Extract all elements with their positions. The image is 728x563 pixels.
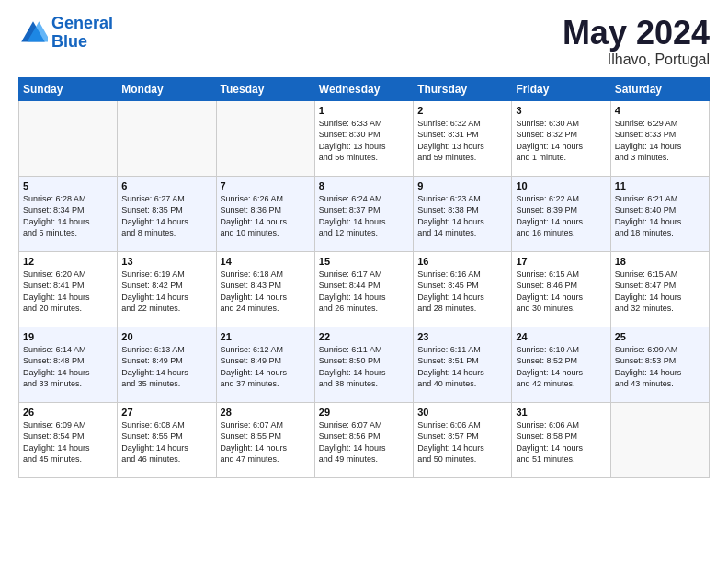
day-number: 2 [417,105,507,116]
day-number: 22 [319,331,409,342]
calendar-cell: 30Sunrise: 6:06 AM Sunset: 8:57 PM Dayli… [414,402,512,477]
cell-content: Sunrise: 6:22 AM Sunset: 8:39 PM Dayligh… [516,193,606,239]
calendar-week-1: 1Sunrise: 6:33 AM Sunset: 8:30 PM Daylig… [19,100,710,176]
calendar-cell: 24Sunrise: 6:10 AM Sunset: 8:52 PM Dayli… [512,327,610,402]
day-number: 4 [615,105,705,116]
cell-content: Sunrise: 6:08 AM Sunset: 8:55 PM Dayligh… [121,419,211,465]
calendar-cell: 21Sunrise: 6:12 AM Sunset: 8:49 PM Dayli… [216,327,314,402]
weekday-header-row: SundayMondayTuesdayWednesdayThursdayFrid… [19,77,710,100]
day-number: 26 [23,407,113,418]
calendar-cell: 28Sunrise: 6:07 AM Sunset: 8:55 PM Dayli… [216,402,314,477]
cell-content: Sunrise: 6:11 AM Sunset: 8:51 PM Dayligh… [417,344,507,390]
cell-content: Sunrise: 6:27 AM Sunset: 8:35 PM Dayligh… [121,193,211,239]
cell-content: Sunrise: 6:32 AM Sunset: 8:31 PM Dayligh… [417,118,507,164]
cell-content: Sunrise: 6:18 AM Sunset: 8:43 PM Dayligh… [221,269,311,315]
cell-content: Sunrise: 6:10 AM Sunset: 8:52 PM Dayligh… [516,344,606,390]
day-number: 17 [516,256,606,267]
calendar-body: 1Sunrise: 6:33 AM Sunset: 8:30 PM Daylig… [19,100,710,477]
day-number: 6 [121,180,211,191]
day-number: 3 [516,105,606,116]
day-number: 14 [221,256,311,267]
logo-line2: Blue [51,32,87,51]
calendar-cell: 25Sunrise: 6:09 AM Sunset: 8:53 PM Dayli… [610,327,709,402]
logo-text: General Blue [51,15,113,52]
cell-content: Sunrise: 6:09 AM Sunset: 8:54 PM Dayligh… [23,419,113,465]
day-number: 10 [516,180,606,191]
cell-content: Sunrise: 6:11 AM Sunset: 8:50 PM Dayligh… [319,344,409,390]
day-number: 13 [121,256,211,267]
day-number: 9 [417,180,507,191]
weekday-header-friday: Friday [512,77,610,100]
day-number: 18 [615,256,705,267]
weekday-header-saturday: Saturday [610,77,709,100]
calendar-week-5: 26Sunrise: 6:09 AM Sunset: 8:54 PM Dayli… [19,402,710,477]
calendar-cell: 3Sunrise: 6:30 AM Sunset: 8:32 PM Daylig… [512,100,610,176]
day-number: 5 [23,180,113,191]
day-number: 11 [615,180,705,191]
cell-content: Sunrise: 6:07 AM Sunset: 8:55 PM Dayligh… [221,419,311,465]
day-number: 8 [319,180,409,191]
calendar-cell: 17Sunrise: 6:15 AM Sunset: 8:46 PM Dayli… [512,251,610,327]
cell-content: Sunrise: 6:23 AM Sunset: 8:38 PM Dayligh… [417,193,507,239]
cell-content: Sunrise: 6:24 AM Sunset: 8:37 PM Dayligh… [319,193,409,239]
cell-content: Sunrise: 6:30 AM Sunset: 8:32 PM Dayligh… [516,118,606,164]
day-number: 27 [121,407,211,418]
calendar-cell: 27Sunrise: 6:08 AM Sunset: 8:55 PM Dayli… [118,402,216,477]
day-number: 16 [417,256,507,267]
calendar-cell: 4Sunrise: 6:29 AM Sunset: 8:33 PM Daylig… [610,100,709,176]
day-number: 31 [516,407,606,418]
cell-content: Sunrise: 6:29 AM Sunset: 8:33 PM Dayligh… [615,118,705,164]
day-number: 20 [121,331,211,342]
day-number: 19 [23,331,113,342]
calendar-cell: 9Sunrise: 6:23 AM Sunset: 8:38 PM Daylig… [414,176,512,251]
calendar-header: SundayMondayTuesdayWednesdayThursdayFrid… [19,77,710,100]
cell-content: Sunrise: 6:15 AM Sunset: 8:47 PM Dayligh… [615,269,705,315]
calendar-cell [19,100,118,176]
calendar-cell: 16Sunrise: 6:16 AM Sunset: 8:45 PM Dayli… [414,251,512,327]
logo-line1: General [51,14,113,32]
calendar-week-4: 19Sunrise: 6:14 AM Sunset: 8:48 PM Dayli… [19,327,710,402]
day-number: 23 [417,331,507,342]
calendar-cell: 13Sunrise: 6:19 AM Sunset: 8:42 PM Dayli… [118,251,216,327]
cell-content: Sunrise: 6:15 AM Sunset: 8:46 PM Dayligh… [516,269,606,315]
cell-content: Sunrise: 6:26 AM Sunset: 8:36 PM Dayligh… [221,193,311,239]
day-number: 7 [221,180,311,191]
day-number: 12 [23,256,113,267]
weekday-header-sunday: Sunday [19,77,118,100]
day-number: 28 [221,407,311,418]
calendar-cell: 15Sunrise: 6:17 AM Sunset: 8:44 PM Dayli… [314,251,413,327]
weekday-header-wednesday: Wednesday [314,77,413,100]
cell-content: Sunrise: 6:19 AM Sunset: 8:42 PM Dayligh… [121,269,211,315]
weekday-header-tuesday: Tuesday [216,77,314,100]
logo: General Blue [18,15,113,52]
day-number: 21 [221,331,311,342]
calendar-cell: 12Sunrise: 6:20 AM Sunset: 8:41 PM Dayli… [19,251,118,327]
month-title: May 2024 [563,15,710,52]
weekday-header-thursday: Thursday [414,77,512,100]
day-number: 15 [319,256,409,267]
calendar-cell: 19Sunrise: 6:14 AM Sunset: 8:48 PM Dayli… [19,327,118,402]
weekday-header-monday: Monday [118,77,216,100]
calendar-cell [610,402,709,477]
day-number: 30 [417,407,507,418]
cell-content: Sunrise: 6:12 AM Sunset: 8:49 PM Dayligh… [221,344,311,390]
header: General Blue May 2024 Ilhavo, Portugal [18,15,710,68]
cell-content: Sunrise: 6:13 AM Sunset: 8:49 PM Dayligh… [121,344,211,390]
calendar-week-2: 5Sunrise: 6:28 AM Sunset: 8:34 PM Daylig… [19,176,710,251]
cell-content: Sunrise: 6:20 AM Sunset: 8:41 PM Dayligh… [23,269,113,315]
calendar-cell: 5Sunrise: 6:28 AM Sunset: 8:34 PM Daylig… [19,176,118,251]
title-area: May 2024 Ilhavo, Portugal [563,15,710,68]
calendar-cell: 11Sunrise: 6:21 AM Sunset: 8:40 PM Dayli… [610,176,709,251]
calendar-cell: 26Sunrise: 6:09 AM Sunset: 8:54 PM Dayli… [19,402,118,477]
calendar-cell [118,100,216,176]
calendar-cell: 14Sunrise: 6:18 AM Sunset: 8:43 PM Dayli… [216,251,314,327]
calendar-cell: 18Sunrise: 6:15 AM Sunset: 8:47 PM Dayli… [610,251,709,327]
cell-content: Sunrise: 6:28 AM Sunset: 8:34 PM Dayligh… [23,193,113,239]
day-number: 24 [516,331,606,342]
location: Ilhavo, Portugal [563,52,710,68]
calendar-cell: 29Sunrise: 6:07 AM Sunset: 8:56 PM Dayli… [314,402,413,477]
calendar-cell: 2Sunrise: 6:32 AM Sunset: 8:31 PM Daylig… [414,100,512,176]
calendar-cell: 31Sunrise: 6:06 AM Sunset: 8:58 PM Dayli… [512,402,610,477]
day-number: 1 [319,105,409,116]
cell-content: Sunrise: 6:14 AM Sunset: 8:48 PM Dayligh… [23,344,113,390]
